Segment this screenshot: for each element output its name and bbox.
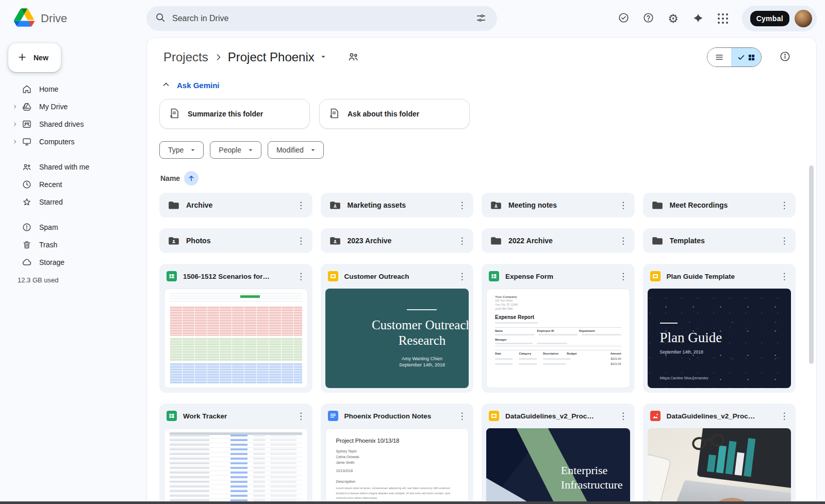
filter-modified[interactable]: Modified [268,141,324,159]
folder-icon [651,199,664,211]
more-options-button[interactable]: ⋮ [614,267,633,285]
app-title: Drive [41,12,67,25]
more-options-button[interactable]: ⋮ [453,231,471,250]
sort-header[interactable]: Name [160,171,796,186]
search-options-button[interactable] [470,8,492,29]
home-icon [22,84,32,94]
file-thumbnail [164,428,308,504]
search-input[interactable] [172,14,464,23]
files-grid-row1: 1506-1512 Scenarios for… ⋮ Customer Outr… [159,264,796,393]
filter-type[interactable]: Type [159,141,204,159]
breadcrumb-projects[interactable]: Projects [159,49,212,65]
folder-2023-archive[interactable]: 2023 Archive ⋮ [321,228,474,253]
more-options-button[interactable]: ⋮ [292,267,310,285]
file-card-scenarios[interactable]: 1506-1512 Scenarios for… ⋮ [159,264,312,393]
more-options-button[interactable]: ⋮ [614,231,633,250]
new-button[interactable]: New [8,43,61,72]
more-options-button[interactable]: ⋮ [453,267,471,285]
details-button[interactable] [774,46,796,68]
spam-icon [22,222,32,232]
folder-photos[interactable]: Photos ⋮ [159,228,312,253]
sidebar-item-recent[interactable]: Recent [8,176,140,193]
more-options-button[interactable]: ⋮ [292,407,310,425]
file-name: DataGuidelines_v2_Proc… [667,412,769,420]
window-edge [0,501,825,504]
more-options-button[interactable]: ⋮ [775,267,794,285]
folder-templates[interactable]: Templates ⋮ [643,228,796,253]
sidebar-item-storage[interactable]: Storage [8,254,140,271]
ask-about-folder-button[interactable]: Ask about this folder [319,99,470,129]
expand-caret-icon[interactable] [8,122,22,127]
more-options-button[interactable]: ⋮ [614,196,633,214]
filter-people[interactable]: People [210,141,261,159]
ask-label: Ask about this folder [348,110,419,118]
more-options-button[interactable]: ⋮ [775,407,794,425]
file-card-phoenix-notes[interactable]: Phoenix Production Notes ⋮ Project Phoen… [321,404,474,504]
drive-brand[interactable]: Drive [0,8,146,29]
breadcrumb-current[interactable]: Project Phoenix [225,49,331,65]
sidebar-item-home[interactable]: Home [8,80,140,98]
more-options-button[interactable]: ⋮ [775,196,794,214]
sort-label: Name [160,174,180,182]
file-card-dataguidelines-image[interactable]: DataGuidelines_v2_Proc… ⋮ [643,404,796,504]
offline-status-button[interactable] [613,8,635,29]
file-card-expense-form[interactable]: Expense Form ⋮ Your Company 123 Your Str… [482,264,635,393]
computers-icon [22,137,32,147]
expand-caret-icon[interactable] [8,104,22,109]
list-view-button[interactable] [707,48,731,66]
file-card-plan-guide[interactable]: Plan Guide Template ⋮ Plan Guide Septemb… [643,264,796,393]
ask-gemini-toggle[interactable]: Ask Gemini [161,80,220,91]
file-name: DataGuidelines_v2_Proc… [505,412,608,420]
file-thumbnail [164,289,308,388]
search-bar[interactable] [146,6,497,31]
apps-grid-button[interactable] [712,8,734,29]
folder-meeting-notes[interactable]: Meeting notes ⋮ [482,193,635,217]
more-options-button[interactable]: ⋮ [453,407,471,425]
avatar[interactable] [795,10,812,27]
grid-view-button[interactable] [731,48,761,66]
more-options-button[interactable]: ⋮ [453,196,471,214]
folder-icon [168,199,180,211]
help-button[interactable] [638,8,659,29]
more-options-button[interactable]: ⋮ [292,196,310,214]
more-options-button[interactable]: ⋮ [775,231,794,250]
shared-folder-icon [329,199,341,211]
more-options-button[interactable]: ⋮ [614,407,633,425]
folder-archive[interactable]: Archive ⋮ [159,193,312,217]
sidebar-item-my-drive[interactable]: My Drive [8,98,140,115]
summarize-folder-button[interactable]: Summarize this folder [159,99,310,129]
main-panel: Projects Project Phoenix [146,37,817,504]
slides-icon [328,271,338,281]
file-name: Expense Form [505,273,608,280]
top-bar-actions: ⚙ Cymbal [613,6,825,31]
sidebar-item-shared-with-me[interactable]: Shared with me [8,158,140,176]
folder-2022-archive[interactable]: 2022 Archive ⋮ [482,228,635,253]
shared-folder-icon [490,199,502,211]
folder-marketing-assets[interactable]: Marketing assets ⋮ [321,193,474,217]
sidebar-item-starred[interactable]: Starred [8,193,140,211]
sort-direction-button[interactable] [184,171,199,186]
file-card-customer-outreach[interactable]: Customer Outreach ⋮ Customer Outreach Re… [321,264,474,393]
file-card-dataguidelines-slides[interactable]: DataGuidelines_v2_Proc… ⋮ Enterprise Inf… [482,404,635,504]
doc-sparkle-icon [168,107,180,121]
sidebar-item-shared-drives[interactable]: Shared drives [8,115,140,133]
sidebar-item-spam[interactable]: Spam [8,219,140,236]
file-card-work-tracker[interactable]: Work Tracker ⋮ [159,404,312,504]
settings-button[interactable]: ⚙ [663,8,684,29]
expand-caret-icon[interactable] [8,139,22,144]
image-file-icon [650,411,661,421]
scrollbar[interactable] [809,165,814,364]
star-icon [22,197,32,207]
grid-icon [748,54,755,61]
sidebar-item-computers[interactable]: Computers [8,133,140,150]
folder-meet-recordings[interactable]: Meet Recordings ⋮ [643,193,796,217]
gemini-button[interactable] [687,8,709,29]
caret-down-icon [309,146,317,154]
sidebar-item-trash[interactable]: Trash [8,236,140,254]
sparkle-icon [692,12,704,25]
org-badge: Cymbal [750,11,789,26]
account-pill[interactable]: Cymbal [742,6,817,31]
sheets-icon [167,271,177,281]
more-options-button[interactable]: ⋮ [292,231,310,250]
share-folder-button[interactable] [342,46,364,68]
